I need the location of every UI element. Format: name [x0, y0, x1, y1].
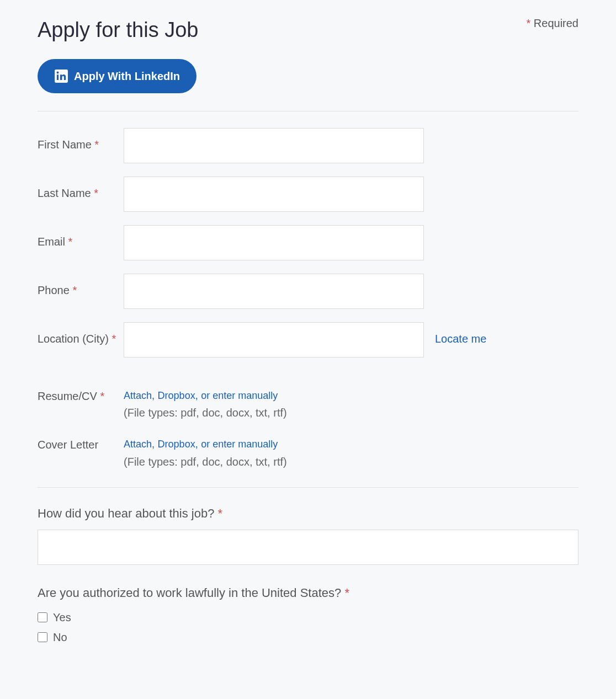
- divider: [38, 487, 578, 488]
- authorized-yes-label[interactable]: Yes: [53, 610, 71, 625]
- separator: ,: [152, 439, 155, 450]
- apply-linkedin-button[interactable]: Apply With LinkedIn: [38, 59, 197, 93]
- cover-letter-attach-link[interactable]: Attach: [124, 439, 152, 450]
- locate-me-link[interactable]: Locate me: [435, 333, 486, 345]
- asterisk-icon: *: [526, 17, 530, 29]
- asterisk-icon: *: [100, 390, 104, 402]
- separator: ,: [195, 439, 198, 450]
- asterisk-icon: *: [94, 138, 99, 151]
- resume-attach-link[interactable]: Attach: [124, 390, 152, 401]
- resume-manual-link[interactable]: or enter manually: [201, 390, 278, 401]
- asterisk-icon: *: [72, 284, 77, 296]
- first-name-label: First Name *: [38, 128, 124, 152]
- required-legend: * Required: [526, 15, 578, 31]
- phone-label: Phone *: [38, 274, 124, 298]
- resume-label: Resume/CV *: [38, 387, 124, 404]
- resume-dropbox-link[interactable]: Dropbox: [158, 390, 195, 401]
- separator: ,: [195, 390, 198, 401]
- last-name-input[interactable]: [124, 177, 424, 212]
- last-name-label: Last Name *: [38, 177, 124, 201]
- location-input[interactable]: [124, 322, 424, 357]
- authorized-yes-checkbox[interactable]: [38, 612, 47, 622]
- apply-linkedin-label: Apply With LinkedIn: [74, 70, 180, 83]
- how-heard-label: How did you hear about this job? *: [38, 505, 578, 522]
- cover-letter-manual-link[interactable]: or enter manually: [201, 439, 278, 450]
- email-input[interactable]: [124, 225, 424, 260]
- how-heard-input[interactable]: [38, 530, 578, 565]
- separator: ,: [152, 390, 155, 401]
- authorized-no-checkbox[interactable]: [38, 632, 47, 642]
- email-label: Email *: [38, 225, 124, 249]
- asterisk-icon: *: [112, 333, 116, 345]
- resume-file-types: (File types: pdf, doc, docx, txt, rtf): [124, 405, 578, 420]
- phone-input[interactable]: [124, 274, 424, 309]
- divider: [38, 111, 578, 111]
- asterisk-icon: *: [68, 236, 73, 248]
- location-label: Location (City) *: [38, 322, 124, 346]
- svg-point-2: [57, 72, 59, 74]
- linkedin-icon: [54, 69, 68, 83]
- svg-rect-1: [57, 74, 59, 80]
- asterisk-icon: *: [218, 506, 223, 520]
- required-legend-text: Required: [534, 17, 578, 29]
- page-title: Apply for this Job: [38, 15, 198, 45]
- asterisk-icon: *: [94, 187, 98, 199]
- authorized-no-label[interactable]: No: [53, 629, 67, 645]
- first-name-input[interactable]: [124, 128, 424, 163]
- cover-letter-label: Cover Letter: [38, 436, 124, 452]
- authorized-label: Are you authorized to work lawfully in t…: [38, 585, 578, 602]
- cover-letter-file-types: (File types: pdf, doc, docx, txt, rtf): [124, 454, 578, 469]
- asterisk-icon: *: [344, 586, 349, 600]
- cover-letter-dropbox-link[interactable]: Dropbox: [158, 439, 195, 450]
